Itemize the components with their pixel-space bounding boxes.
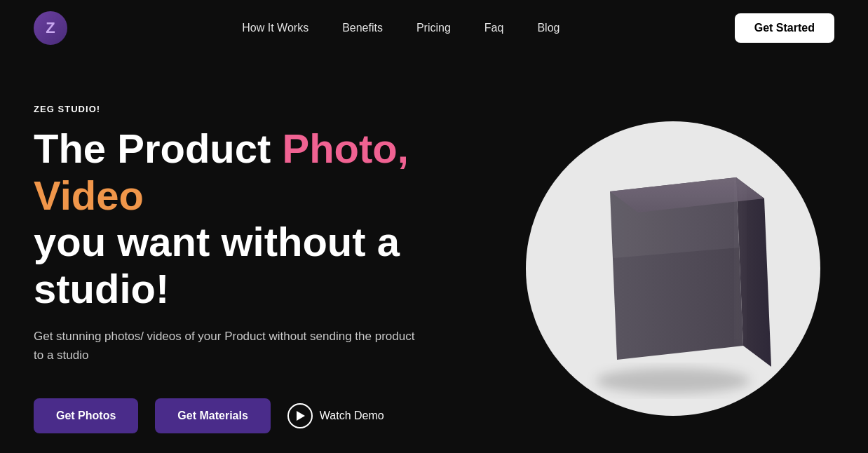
hero-title: The Product Photo, Video you want withou… xyxy=(34,126,482,313)
hero-title-part2: you want without a studio! xyxy=(34,219,400,311)
nav-link-pricing[interactable]: Pricing xyxy=(416,22,451,34)
hero-title-part1: The Product xyxy=(34,126,282,171)
hero-content: ZEG STUDIO! The Product Photo, Video you… xyxy=(34,104,482,433)
nav-item-faq[interactable]: Faq xyxy=(484,22,504,34)
hero-actions: Get Photos Get Materials Watch Demo xyxy=(34,398,482,433)
nav-item-benefits[interactable]: Benefits xyxy=(342,22,383,34)
nav-links: How It Works Benefits Pricing Faq Blog xyxy=(242,22,560,34)
nav-link-how-it-works[interactable]: How It Works xyxy=(242,22,308,34)
logo-letter: Z xyxy=(46,19,55,37)
play-icon xyxy=(287,403,313,428)
hero-badge: ZEG STUDIO! xyxy=(34,104,482,114)
watch-demo-button[interactable]: Watch Demo xyxy=(287,403,384,428)
product-visual xyxy=(526,121,820,416)
nav-item-how-it-works[interactable]: How It Works xyxy=(242,22,308,34)
svg-rect-5 xyxy=(736,177,745,346)
get-started-button[interactable]: Get Started xyxy=(735,13,834,43)
hero-section: ZEG STUDIO! The Product Photo, Video you… xyxy=(0,56,868,453)
hero-subtitle: Get stunning photos/ videos of your Prod… xyxy=(34,327,426,365)
get-materials-button[interactable]: Get Materials xyxy=(155,398,270,433)
nav-link-faq[interactable]: Faq xyxy=(484,22,504,34)
get-photos-button[interactable]: Get Photos xyxy=(34,398,138,433)
nav-item-blog[interactable]: Blog xyxy=(537,22,560,34)
product-svg xyxy=(526,121,820,416)
hero-product-image xyxy=(526,121,820,416)
nav-link-blog[interactable]: Blog xyxy=(537,22,560,34)
logo[interactable]: Z xyxy=(34,11,67,45)
hero-title-pink: Photo, xyxy=(282,126,408,171)
navbar: Z How It Works Benefits Pricing Faq Blog… xyxy=(0,0,868,56)
play-triangle xyxy=(297,411,305,421)
hero-title-orange: Video xyxy=(34,173,144,218)
nav-item-pricing[interactable]: Pricing xyxy=(416,22,451,34)
watch-demo-label: Watch Demo xyxy=(320,410,384,422)
nav-link-benefits[interactable]: Benefits xyxy=(342,22,383,34)
svg-marker-4 xyxy=(610,177,740,258)
svg-point-0 xyxy=(596,368,750,393)
